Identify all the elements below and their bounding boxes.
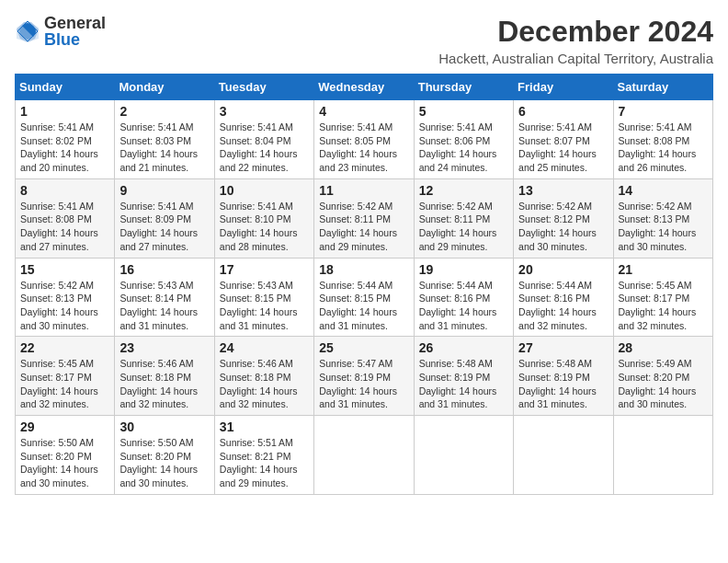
calendar-cell: 8Sunrise: 5:41 AMSunset: 8:08 PMDaylight… — [16, 178, 115, 258]
calendar-cell: 10Sunrise: 5:41 AMSunset: 8:10 PMDayligh… — [214, 178, 313, 258]
calendar-cell: 6Sunrise: 5:41 AMSunset: 8:07 PMDaylight… — [514, 100, 613, 179]
day-info: Sunrise: 5:42 AMSunset: 8:13 PMDaylight:… — [20, 279, 109, 333]
day-number: 19 — [419, 262, 508, 277]
calendar-header-tuesday: Tuesday — [214, 75, 313, 100]
logo-text: General Blue — [44, 15, 106, 48]
day-number: 29 — [20, 419, 109, 434]
day-number: 6 — [518, 104, 608, 119]
day-info: Sunrise: 5:46 AMSunset: 8:18 PMDaylight:… — [220, 357, 309, 411]
day-number: 24 — [220, 340, 309, 355]
calendar-cell: 21Sunrise: 5:45 AMSunset: 8:17 PMDayligh… — [613, 258, 712, 337]
day-number: 16 — [119, 262, 209, 277]
calendar-cell: 11Sunrise: 5:42 AMSunset: 8:11 PMDayligh… — [314, 178, 414, 258]
calendar-cell: 15Sunrise: 5:42 AMSunset: 8:13 PMDayligh… — [16, 258, 115, 337]
day-info: Sunrise: 5:41 AMSunset: 8:05 PMDaylight:… — [319, 121, 408, 175]
calendar-cell: 31Sunrise: 5:51 AMSunset: 8:21 PMDayligh… — [214, 416, 313, 495]
day-number: 3 — [220, 104, 309, 119]
day-number: 18 — [319, 262, 408, 277]
day-info: Sunrise: 5:44 AMSunset: 8:15 PMDaylight:… — [319, 279, 408, 333]
calendar-week-row: 15Sunrise: 5:42 AMSunset: 8:13 PMDayligh… — [16, 258, 713, 337]
calendar-cell — [414, 416, 513, 495]
day-info: Sunrise: 5:42 AMSunset: 8:13 PMDaylight:… — [619, 200, 708, 254]
calendar-header-row: SundayMondayTuesdayWednesdayThursdayFrid… — [16, 75, 713, 100]
calendar-cell: 14Sunrise: 5:42 AMSunset: 8:13 PMDayligh… — [613, 178, 712, 258]
day-number: 13 — [518, 183, 608, 198]
calendar-cell: 28Sunrise: 5:49 AMSunset: 8:20 PMDayligh… — [613, 337, 712, 416]
day-info: Sunrise: 5:43 AMSunset: 8:15 PMDaylight:… — [220, 279, 309, 333]
title-area: December 2024 Hackett, Australian Capita… — [438, 15, 713, 66]
calendar-cell: 1Sunrise: 5:41 AMSunset: 8:02 PMDaylight… — [16, 100, 115, 179]
day-info: Sunrise: 5:48 AMSunset: 8:19 PMDaylight:… — [518, 357, 608, 411]
calendar-header-saturday: Saturday — [613, 75, 712, 100]
day-info: Sunrise: 5:48 AMSunset: 8:19 PMDaylight:… — [419, 357, 508, 411]
calendar-cell: 5Sunrise: 5:41 AMSunset: 8:06 PMDaylight… — [414, 100, 513, 179]
day-info: Sunrise: 5:50 AMSunset: 8:20 PMDaylight:… — [119, 436, 209, 490]
calendar-cell: 27Sunrise: 5:48 AMSunset: 8:19 PMDayligh… — [514, 337, 613, 416]
day-number: 4 — [319, 104, 408, 119]
calendar-cell: 22Sunrise: 5:45 AMSunset: 8:17 PMDayligh… — [16, 337, 115, 416]
logo-icon — [15, 18, 40, 44]
calendar-cell: 20Sunrise: 5:44 AMSunset: 8:16 PMDayligh… — [514, 258, 613, 337]
day-info: Sunrise: 5:45 AMSunset: 8:17 PMDaylight:… — [20, 357, 109, 411]
calendar-header-thursday: Thursday — [414, 75, 513, 100]
day-info: Sunrise: 5:41 AMSunset: 8:09 PMDaylight:… — [119, 200, 209, 254]
day-info: Sunrise: 5:41 AMSunset: 8:02 PMDaylight:… — [20, 121, 109, 175]
day-info: Sunrise: 5:41 AMSunset: 8:08 PMDaylight:… — [20, 200, 109, 254]
day-number: 14 — [619, 183, 708, 198]
day-number: 9 — [119, 183, 209, 198]
day-number: 31 — [220, 419, 309, 434]
day-info: Sunrise: 5:41 AMSunset: 8:04 PMDaylight:… — [220, 121, 309, 175]
day-info: Sunrise: 5:41 AMSunset: 8:03 PMDaylight:… — [119, 121, 209, 175]
day-number: 10 — [220, 183, 309, 198]
calendar-header-wednesday: Wednesday — [314, 75, 414, 100]
day-number: 1 — [20, 104, 109, 119]
day-number: 30 — [119, 419, 209, 434]
calendar-week-row: 1Sunrise: 5:41 AMSunset: 8:02 PMDaylight… — [16, 100, 713, 179]
day-number: 5 — [419, 104, 508, 119]
day-info: Sunrise: 5:47 AMSunset: 8:19 PMDaylight:… — [319, 357, 408, 411]
day-info: Sunrise: 5:45 AMSunset: 8:17 PMDaylight:… — [619, 279, 708, 333]
day-number: 11 — [319, 183, 408, 198]
logo: General Blue — [15, 15, 106, 48]
day-number: 20 — [518, 262, 608, 277]
main-title: December 2024 — [438, 15, 713, 49]
calendar-cell — [613, 416, 712, 495]
day-info: Sunrise: 5:49 AMSunset: 8:20 PMDaylight:… — [619, 357, 708, 411]
calendar-cell: 25Sunrise: 5:47 AMSunset: 8:19 PMDayligh… — [314, 337, 414, 416]
calendar-cell: 2Sunrise: 5:41 AMSunset: 8:03 PMDaylight… — [115, 100, 214, 179]
calendar-cell: 7Sunrise: 5:41 AMSunset: 8:08 PMDaylight… — [613, 100, 712, 179]
day-info: Sunrise: 5:41 AMSunset: 8:06 PMDaylight:… — [419, 121, 508, 175]
calendar-cell: 17Sunrise: 5:43 AMSunset: 8:15 PMDayligh… — [214, 258, 313, 337]
day-number: 2 — [119, 104, 209, 119]
calendar-cell: 13Sunrise: 5:42 AMSunset: 8:12 PMDayligh… — [514, 178, 613, 258]
calendar-cell: 4Sunrise: 5:41 AMSunset: 8:05 PMDaylight… — [314, 100, 414, 179]
day-info: Sunrise: 5:44 AMSunset: 8:16 PMDaylight:… — [518, 279, 608, 333]
day-number: 23 — [119, 340, 209, 355]
logo-blue: Blue — [44, 30, 80, 49]
day-info: Sunrise: 5:42 AMSunset: 8:11 PMDaylight:… — [419, 200, 508, 254]
day-number: 15 — [20, 262, 109, 277]
calendar-cell: 26Sunrise: 5:48 AMSunset: 8:19 PMDayligh… — [414, 337, 513, 416]
day-info: Sunrise: 5:41 AMSunset: 8:10 PMDaylight:… — [220, 200, 309, 254]
calendar-cell: 24Sunrise: 5:46 AMSunset: 8:18 PMDayligh… — [214, 337, 313, 416]
calendar-cell: 30Sunrise: 5:50 AMSunset: 8:20 PMDayligh… — [115, 416, 214, 495]
calendar-cell: 18Sunrise: 5:44 AMSunset: 8:15 PMDayligh… — [314, 258, 414, 337]
day-number: 8 — [20, 183, 109, 198]
calendar-header-sunday: Sunday — [16, 75, 115, 100]
day-number: 12 — [419, 183, 508, 198]
day-number: 17 — [220, 262, 309, 277]
calendar-cell: 12Sunrise: 5:42 AMSunset: 8:11 PMDayligh… — [414, 178, 513, 258]
day-info: Sunrise: 5:43 AMSunset: 8:14 PMDaylight:… — [119, 279, 209, 333]
day-number: 22 — [20, 340, 109, 355]
calendar-cell: 9Sunrise: 5:41 AMSunset: 8:09 PMDaylight… — [115, 178, 214, 258]
page-header: General Blue December 2024 Hackett, Aust… — [15, 15, 713, 66]
day-number: 25 — [319, 340, 408, 355]
calendar-cell: 19Sunrise: 5:44 AMSunset: 8:16 PMDayligh… — [414, 258, 513, 337]
calendar-cell: 29Sunrise: 5:50 AMSunset: 8:20 PMDayligh… — [16, 416, 115, 495]
day-number: 21 — [619, 262, 708, 277]
calendar-table: SundayMondayTuesdayWednesdayThursdayFrid… — [15, 74, 713, 495]
calendar-header-monday: Monday — [115, 75, 214, 100]
calendar-cell — [314, 416, 414, 495]
day-number: 27 — [518, 340, 608, 355]
day-info: Sunrise: 5:46 AMSunset: 8:18 PMDaylight:… — [119, 357, 209, 411]
